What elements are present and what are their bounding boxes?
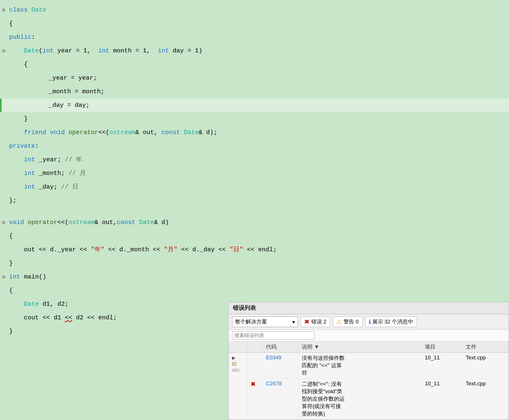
dropdown-arrow-icon: ▾	[292, 319, 295, 325]
code-line-13: int _month; // 月	[0, 167, 509, 180]
error-code-link-1[interactable]: E0349	[266, 354, 282, 361]
row-description-1: 没有与这些操作数匹配的 "<<" 运算符	[298, 353, 421, 379]
code-line-21: ⊟ int main()	[0, 270, 509, 284]
code-content-19: out << d._year << "年" << d._month << "月"…	[7, 243, 509, 257]
code-line-10: friend void operator<<(ostream& out, con…	[0, 126, 509, 139]
dropdown-value: 整个解决方案	[235, 318, 267, 326]
info-circle-icon: ℹ	[369, 319, 371, 325]
error-x-icon: ✖	[304, 318, 310, 326]
code-line-20: }	[0, 257, 509, 270]
row-file-1: Text.cpp	[462, 353, 509, 379]
warning-triangle-icon: ⚠	[336, 319, 342, 325]
code-content-7: _month = month;	[7, 85, 509, 99]
fold-icon-4[interactable]: ⊟	[0, 48, 7, 54]
col-file: 文件	[462, 342, 509, 353]
info-count-label: 展示 32 个消息中	[372, 318, 414, 326]
code-content-11: private:	[7, 139, 509, 153]
code-content-4: Date(int year = 1, int month = 1, int da…	[7, 44, 509, 58]
solution-dropdown[interactable]: 整个解决方案 ▾	[232, 316, 298, 327]
code-line-19: out << d._year << "年" << d._month << "月"…	[0, 243, 509, 257]
code-content-2: {	[7, 17, 509, 31]
error-toolbar: 整个解决方案 ▾ ✖ 错误 2 ⚠ 警告 0 ℹ 展示 32 个消息中	[229, 314, 509, 330]
col-icon	[247, 342, 263, 353]
code-content-18: {	[7, 229, 509, 243]
code-line-5: {	[0, 58, 509, 71]
error-panel-title: 错误列表	[229, 302, 509, 314]
error-search-bar	[229, 330, 509, 342]
code-editor: ⊟ class Date { public: ⊟ Date(int year =…	[0, 0, 509, 420]
code-content-10: friend void operator<<(ostream& out, con…	[7, 126, 509, 139]
code-content-14: int _day; // 日	[7, 180, 509, 194]
code-content-17: void operator<<(ostream& out,const Date&…	[7, 216, 509, 229]
warning-count-button[interactable]: ⚠ 警告 0	[333, 316, 362, 327]
row-icon	[247, 353, 263, 379]
error-count-label: 错误 2	[311, 318, 327, 326]
code-content-8: _day = day;	[7, 99, 509, 112]
code-line-16	[0, 208, 509, 216]
code-content-9: }	[7, 112, 509, 126]
warning-count-label: 警告 0	[343, 318, 359, 326]
row-project-1: 10_11	[421, 353, 462, 379]
error-code-link-2[interactable]: C2678	[266, 380, 282, 387]
code-line-11: private:	[0, 139, 509, 153]
fold-icon-1[interactable]: ⊟	[0, 7, 7, 13]
code-line-1: ⊟ class Date	[0, 3, 509, 17]
fold-icon-17[interactable]: ⊟	[0, 219, 7, 226]
row-expand[interactable]: ▶ ⊟ abc	[229, 353, 247, 379]
code-line-14: int _day; // 日	[0, 180, 509, 194]
info-count-button[interactable]: ℹ 展示 32 个消息中	[365, 316, 417, 327]
warning-icon: ⊟	[232, 361, 237, 367]
row-icon-2: ✖	[247, 379, 263, 420]
code-content-3: public:	[7, 31, 509, 44]
row-code: E0349	[263, 353, 298, 379]
code-content-21: int main()	[7, 270, 509, 284]
code-line-4: ⊟ Date(int year = 1, int month = 1, int …	[0, 44, 509, 58]
table-header-row: 代码 说明 ▼ 项目 文件	[229, 342, 509, 353]
col-expand	[229, 342, 247, 353]
code-line-8: _day = day;	[0, 99, 509, 112]
row-file-2: Text.cpp	[462, 379, 509, 420]
col-description: 说明 ▼	[298, 342, 421, 353]
code-line-22: {	[0, 284, 509, 297]
code-line-2: {	[0, 17, 509, 31]
code-content-1: class Date	[7, 3, 509, 17]
error-table: 代码 说明 ▼ 项目 文件 ▶ ⊟ abc E0349	[229, 342, 509, 420]
code-line-12: int _year; // 年	[0, 153, 509, 167]
code-line-18: {	[0, 229, 509, 243]
col-project: 项目	[421, 342, 462, 353]
code-line-6: _year = year;	[0, 71, 509, 85]
error-search-input[interactable]	[232, 331, 315, 340]
table-row[interactable]: ✖ C2678 二进制"<<": 没有找到接受"void"类型的左操作数的运算符…	[229, 379, 509, 420]
accent-bar-8	[0, 99, 2, 112]
code-line-9: }	[0, 112, 509, 126]
code-content-5: {	[7, 58, 509, 71]
error-panel: 错误列表 整个解决方案 ▾ ✖ 错误 2 ⚠ 警告 0 ℹ 展示 32 个消息中	[228, 302, 509, 420]
error-x-icon-row: ✖	[251, 380, 256, 387]
error-count-button[interactable]: ✖ 错误 2	[301, 316, 330, 327]
row-expand-2	[229, 379, 247, 420]
code-content-20: }	[7, 257, 509, 270]
row-description-2: 二进制"<<": 没有找到接受"void"类型的左操作数的运算符(或没有可接受的…	[298, 379, 421, 420]
code-content-13: int _month; // 月	[7, 167, 509, 180]
table-row[interactable]: ▶ ⊟ abc E0349 没有与这些操作数匹配的 "<<" 运算符 10_11…	[229, 353, 509, 379]
code-line-7: _month = month;	[0, 85, 509, 99]
code-line-3: public:	[0, 31, 509, 44]
row-project-2: 10_11	[421, 379, 462, 420]
code-line-17: ⊟ void operator<<(ostream& out,const Dat…	[0, 216, 509, 229]
fold-icon-21[interactable]: ⊟	[0, 274, 7, 280]
code-content-6: _year = year;	[7, 71, 509, 85]
code-content-22: {	[7, 284, 509, 297]
code-content-12: int _year; // 年	[7, 153, 509, 167]
abc-icon: abc	[232, 367, 240, 373]
col-code: 代码	[263, 342, 298, 353]
expand-arrow-icon: ▶	[232, 355, 235, 360]
row-code-2: C2678	[263, 379, 298, 420]
